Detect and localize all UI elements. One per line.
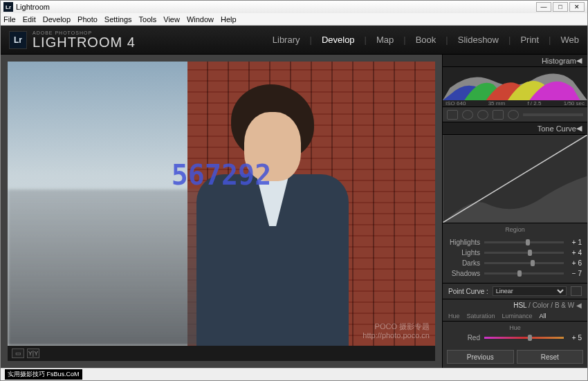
app-body: Lr ADOBE PHOTOSHOP LIGHTROOM 4 Library| … xyxy=(1,26,587,368)
menubar: File Edit Develop Photo Settings Tools V… xyxy=(1,13,587,26)
module-library[interactable]: Library xyxy=(273,35,300,45)
view-toolbar: ▭ Y|Y xyxy=(8,346,435,361)
photo-canvas[interactable]: 567292 POCO 摄影专题 http://photo.poco.cn xyxy=(8,62,435,346)
slider-red[interactable]: Red + 5 xyxy=(448,333,582,343)
hue-title: Hue xyxy=(448,324,582,331)
menu-view[interactable]: View xyxy=(163,15,180,24)
reset-button[interactable]: Reset xyxy=(517,350,584,364)
module-develop[interactable]: Develop xyxy=(322,35,355,45)
app-icon: Lr xyxy=(3,2,13,12)
logo-icon: Lr xyxy=(9,31,27,49)
hsl-header[interactable]: HSL / Color / B & W ◀ xyxy=(443,299,587,311)
slider-highlights[interactable]: Highlights + 1 xyxy=(448,237,582,248)
brand-main: LIGHTROOM 4 xyxy=(33,35,136,49)
point-curve-row: Point Curve : Linear xyxy=(443,283,587,299)
meta-iso: ISO 640 xyxy=(445,100,466,106)
titlebar: Lr Lightroom — □ ✕ xyxy=(1,1,587,13)
menu-file[interactable]: File xyxy=(3,15,16,24)
window-controls: — □ ✕ xyxy=(536,2,585,12)
preview-area: 567292 POCO 摄影专题 http://photo.poco.cn ▭ … xyxy=(1,55,442,368)
footer-tag: 实用摄影技巧 FsBus.CoM xyxy=(5,369,82,380)
redeye-tool-icon[interactable] xyxy=(477,110,488,120)
close-button[interactable]: ✕ xyxy=(569,2,585,12)
tone-curve[interactable] xyxy=(443,135,587,223)
brush-tool-icon[interactable] xyxy=(508,110,519,120)
menu-develop[interactable]: Develop xyxy=(43,15,71,24)
hsl-tabs: Hue Saturation Luminance All xyxy=(443,311,587,322)
tab-hue[interactable]: Hue xyxy=(448,313,460,319)
crop-tool-icon[interactable] xyxy=(447,110,458,120)
meta-shutter: 1/50 sec xyxy=(564,100,585,106)
point-curve-label: Point Curve : xyxy=(448,288,488,295)
app-window: Lr Lightroom — □ ✕ File Edit Develop Pho… xyxy=(0,0,588,381)
module-book[interactable]: Book xyxy=(416,35,437,45)
point-curve-select[interactable]: Linear xyxy=(493,286,567,296)
module-map[interactable]: Map xyxy=(376,35,394,45)
menu-settings[interactable]: Settings xyxy=(104,15,132,24)
module-web[interactable]: Web xyxy=(561,35,580,45)
previous-button[interactable]: Previous xyxy=(447,350,514,364)
meta-focal: 35 mm xyxy=(488,100,505,106)
menu-help[interactable]: Help xyxy=(221,15,237,24)
before-after-icon[interactable]: Y|Y xyxy=(27,349,39,358)
menu-tools[interactable]: Tools xyxy=(139,15,157,24)
hue-section: Hue Red + 5 xyxy=(443,322,587,346)
histogram-header[interactable]: Histogram ◀ xyxy=(443,55,587,67)
curve-edit-icon[interactable] xyxy=(571,286,582,296)
maximize-button[interactable]: □ xyxy=(553,2,568,12)
window-title: Lightroom xyxy=(16,3,50,11)
right-panel: Histogram ◀ ISO 640 35 mm f / 2.5 xyxy=(442,55,587,368)
slider-darks[interactable]: Darks + 6 xyxy=(448,258,582,268)
region-label: Region xyxy=(443,223,587,236)
tonecurve-header[interactable]: Tone Curve ◀ xyxy=(443,122,587,135)
meta-aperture: f / 2.5 xyxy=(527,100,541,106)
main-body: 567292 POCO 摄影专题 http://photo.poco.cn ▭ … xyxy=(1,55,587,368)
footer: 实用摄影技巧 FsBus.CoM xyxy=(1,368,587,380)
slider-lights[interactable]: Lights + 4 xyxy=(448,248,582,258)
menu-window[interactable]: Window xyxy=(187,15,214,24)
loupe-view-icon[interactable]: ▭ xyxy=(12,349,24,358)
module-print[interactable]: Print xyxy=(520,35,539,45)
watermark-text: 567292 xyxy=(172,159,272,191)
tool-slider[interactable] xyxy=(523,113,583,116)
logo: Lr ADOBE PHOTOSHOP LIGHTROOM 4 xyxy=(9,30,136,49)
tab-sat[interactable]: Saturation xyxy=(467,313,495,319)
menu-photo[interactable]: Photo xyxy=(77,15,98,24)
module-slideshow[interactable]: Slideshow xyxy=(458,35,499,45)
histogram[interactable]: ISO 640 35 mm f / 2.5 1/50 sec xyxy=(443,67,587,107)
spot-tool-icon[interactable] xyxy=(462,110,473,120)
tab-all[interactable]: All xyxy=(540,313,546,319)
menu-edit[interactable]: Edit xyxy=(23,15,36,24)
module-picker: Library| Develop| Map| Book| Slideshow| … xyxy=(273,35,579,45)
poco-watermark: POCO 摄影专题 http://photo.poco.cn xyxy=(362,322,430,340)
grad-tool-icon[interactable] xyxy=(493,110,504,120)
region-sliders: Highlights + 1 Lights + 4 Darks + 6 xyxy=(443,236,587,283)
slider-shadows[interactable]: Shadows − 7 xyxy=(448,268,582,279)
local-tools xyxy=(443,107,587,122)
tab-lum[interactable]: Luminance xyxy=(502,313,533,319)
app-header: Lr ADOBE PHOTOSHOP LIGHTROOM 4 Library| … xyxy=(1,26,587,55)
minimize-button[interactable]: — xyxy=(536,2,551,12)
bottom-buttons: Previous Reset xyxy=(443,346,587,368)
